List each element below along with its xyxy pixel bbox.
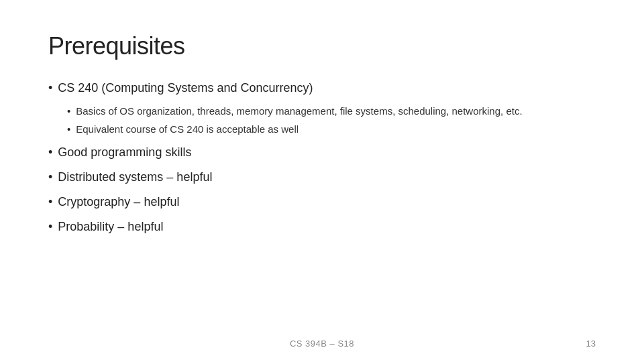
bullet-cs240: • CS 240 (Computing Systems and Concurre…	[48, 79, 596, 97]
bullet-text-cs240: CS 240 (Computing Systems and Concurrenc…	[58, 79, 313, 97]
bullet-marker-programming: •	[48, 143, 52, 162]
sub-bullet-equiv: • Equivalent course of CS 240 is accepta…	[67, 122, 596, 137]
sub-bullet-text-os: Basics of OS organization, threads, memo…	[76, 104, 522, 119]
sub-bullet-text-equiv: Equivalent course of CS 240 is acceptabl…	[76, 122, 299, 137]
bullet-programming: • Good programming skills	[48, 143, 596, 162]
bullet-marker-cs240: •	[48, 79, 52, 97]
bullet-probability: • Probability – helpful	[48, 218, 596, 236]
footer-page: 13	[586, 339, 596, 349]
bullet-cryptography: • Cryptography – helpful	[48, 193, 596, 211]
bullet-text-programming: Good programming skills	[58, 143, 191, 162]
slide: Prerequisites • CS 240 (Computing System…	[0, 0, 644, 362]
sub-bullets-cs240: • Basics of OS organization, threads, me…	[67, 104, 596, 137]
bullet-distributed: • Distributed systems – helpful	[48, 168, 596, 186]
bullet-text-cryptography: Cryptography – helpful	[58, 193, 179, 211]
content-area: • CS 240 (Computing Systems and Concurre…	[48, 79, 596, 236]
footer-course: CS 394B – S18	[290, 339, 354, 349]
sub-bullet-marker-os: •	[67, 104, 70, 119]
bullet-marker-distributed: •	[48, 168, 52, 186]
sub-bullet-marker-equiv: •	[67, 122, 70, 137]
footer: CS 394B – S18	[0, 339, 644, 349]
slide-title: Prerequisites	[48, 32, 596, 60]
bullet-text-distributed: Distributed systems – helpful	[58, 168, 212, 186]
bullet-text-probability: Probability – helpful	[58, 218, 163, 236]
sub-bullet-os: • Basics of OS organization, threads, me…	[67, 104, 596, 119]
bullet-marker-cryptography: •	[48, 193, 52, 211]
bullet-marker-probability: •	[48, 218, 52, 236]
